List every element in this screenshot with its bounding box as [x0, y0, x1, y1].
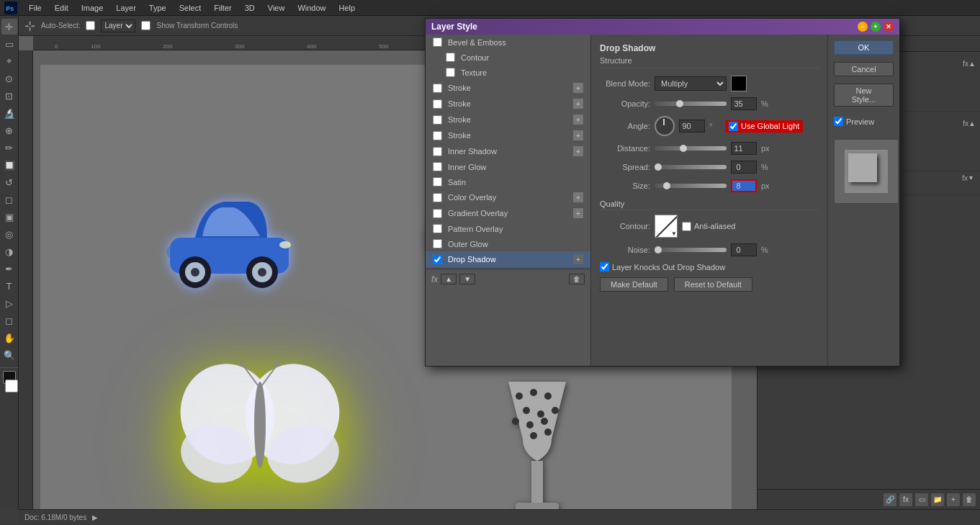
move-style-up-btn[interactable]: ▲ — [441, 274, 457, 284]
add-fx-btn[interactable]: fx — [899, 493, 912, 506]
style-add-stroke2[interactable]: + — [573, 99, 583, 109]
style-add-stroke4[interactable]: + — [573, 130, 583, 140]
menu-window[interactable]: Window — [292, 2, 331, 14]
style-label-texture[interactable]: Texture — [461, 68, 487, 77]
style-checkbox-gradient-overlay[interactable] — [433, 209, 442, 218]
style-label-color-overlay[interactable]: Color Overlay — [448, 193, 496, 202]
zoom-tool[interactable]: 🔍 — [1, 347, 17, 363]
layer-expand-layer0[interactable]: ▼ — [968, 174, 974, 181]
style-item-satin[interactable]: Satin — [426, 174, 590, 189]
style-label-inner-shadow[interactable]: Inner Shadow — [448, 147, 497, 156]
dialog-maximize-btn[interactable]: + — [871, 22, 881, 32]
anti-alias-checkbox[interactable] — [682, 222, 691, 231]
style-item-pattern-overlay[interactable]: Pattern Overlay — [426, 221, 590, 236]
style-checkbox-color-overlay[interactable] — [433, 193, 442, 202]
history-tool[interactable]: ↺ — [1, 174, 17, 190]
link-layers-btn[interactable]: 🔗 — [884, 493, 896, 506]
use-global-light-checkbox[interactable] — [729, 122, 738, 131]
blur-tool[interactable]: ◎ — [1, 226, 17, 242]
style-label-stroke1[interactable]: Stroke — [448, 84, 471, 92]
style-item-stroke1[interactable]: Stroke + — [426, 80, 590, 96]
style-item-bevel-emboss[interactable]: Bevel & Emboss — [426, 35, 590, 50]
new-layer-btn[interactable]: + — [947, 493, 960, 506]
style-checkbox-bevel-emboss[interactable] — [433, 37, 442, 47]
dialog-close-btn[interactable]: ✕ — [884, 22, 894, 32]
show-transform-checkbox[interactable] — [141, 21, 150, 30]
eraser-tool[interactable]: ◻ — [1, 192, 17, 207]
distance-slider-track[interactable] — [655, 146, 727, 151]
menu-image[interactable]: Image — [76, 2, 109, 14]
status-arrow[interactable]: ▶ — [92, 513, 98, 521]
angle-input[interactable] — [679, 120, 705, 133]
style-item-stroke4[interactable]: Stroke + — [426, 127, 590, 143]
menu-view[interactable]: View — [262, 2, 291, 14]
style-add-inner-shadow[interactable]: + — [573, 146, 583, 156]
style-checkbox-contour[interactable] — [446, 53, 455, 62]
menu-select[interactable]: Select — [174, 2, 207, 14]
style-label-pattern-overlay[interactable]: Pattern Overlay — [448, 225, 503, 233]
menu-edit[interactable]: Edit — [49, 2, 74, 14]
size-input[interactable] — [731, 179, 757, 192]
style-label-stroke2[interactable]: Stroke — [448, 99, 471, 108]
delete-layer-btn[interactable]: 🗑 — [963, 493, 976, 506]
style-item-contour[interactable]: Contour — [426, 50, 590, 65]
style-label-bevel-emboss[interactable]: Bevel & Emboss — [448, 38, 506, 47]
layer-expand-shape1[interactable]: ▲ — [968, 120, 976, 127]
style-label-gradient-overlay[interactable]: Gradient Overlay — [448, 209, 508, 217]
cancel-btn[interactable]: Cancel — [834, 62, 894, 76]
size-slider-thumb[interactable] — [663, 182, 670, 189]
menu-filter[interactable]: Filter — [208, 2, 237, 14]
style-add-color-overlay[interactable]: + — [573, 192, 583, 202]
background-color[interactable] — [5, 380, 18, 392]
style-label-satin[interactable]: Satin — [448, 178, 466, 187]
make-default-btn[interactable]: Make Default — [600, 277, 668, 292]
style-label-inner-glow[interactable]: Inner Glow — [448, 163, 486, 171]
new-group-btn[interactable]: 📁 — [931, 493, 944, 506]
reset-default-btn[interactable]: Reset to Default — [674, 277, 752, 292]
spread-input[interactable] — [731, 161, 757, 174]
text-tool[interactable]: T — [1, 278, 17, 294]
gradient-tool[interactable]: ▣ — [1, 209, 17, 225]
healing-tool[interactable]: ⊕ — [1, 122, 17, 138]
auto-select-checkbox[interactable] — [86, 21, 95, 30]
style-item-gradient-overlay[interactable]: Gradient Overlay + — [426, 205, 590, 221]
style-item-stroke2[interactable]: Stroke + — [426, 96, 590, 112]
menu-3d[interactable]: 3D — [239, 2, 261, 14]
opacity-slider-thumb[interactable] — [676, 100, 683, 107]
menu-layer[interactable]: Layer — [110, 2, 142, 14]
new-style-btn[interactable]: New Style... — [834, 84, 894, 107]
move-tool[interactable]: ✛ — [1, 19, 17, 35]
style-add-stroke1[interactable]: + — [573, 83, 583, 93]
style-label-stroke3[interactable]: Stroke — [448, 115, 471, 124]
layer-knocks-label[interactable]: Layer Knocks Out Drop Shadow — [600, 262, 725, 272]
style-checkbox-pattern-overlay[interactable] — [433, 224, 442, 233]
eyedropper-tool[interactable]: 🔬 — [1, 105, 17, 121]
style-item-outer-glow[interactable]: Outer Glow — [426, 236, 590, 251]
move-style-down-btn[interactable]: ▼ — [459, 274, 475, 284]
distance-slider-thumb[interactable] — [680, 145, 687, 152]
style-item-color-overlay[interactable]: Color Overlay + — [426, 189, 590, 205]
style-checkbox-texture[interactable] — [446, 68, 455, 77]
layer-expand-shape2[interactable]: ▲ — [968, 60, 976, 68]
style-checkbox-outer-glow[interactable] — [433, 239, 442, 248]
style-checkbox-stroke2[interactable] — [433, 99, 442, 109]
lasso-tool[interactable]: ⌖ — [1, 53, 17, 69]
anti-alias-label[interactable]: Anti-aliased — [682, 222, 735, 231]
style-label-contour[interactable]: Contour — [461, 53, 489, 62]
menu-help[interactable]: Help — [333, 2, 361, 14]
menu-file[interactable]: File — [23, 2, 48, 14]
style-label-outer-glow[interactable]: Outer Glow — [448, 240, 488, 248]
pen-tool[interactable]: ✒ — [1, 261, 17, 277]
brush-tool[interactable]: ✏ — [1, 140, 17, 156]
style-checkbox-inner-shadow[interactable] — [433, 147, 442, 156]
size-slider-track[interactable] — [655, 184, 727, 188]
quick-select-tool[interactable]: ⊙ — [1, 71, 17, 86]
layer-knocks-checkbox[interactable] — [600, 262, 609, 272]
add-mask-btn[interactable]: ▭ — [915, 493, 928, 506]
style-item-inner-shadow[interactable]: Inner Shadow + — [426, 143, 590, 159]
distance-input[interactable] — [731, 142, 757, 155]
noise-slider-track[interactable] — [655, 248, 727, 252]
shape-tool[interactable]: ◻ — [1, 313, 17, 328]
dialog-minimize-btn[interactable]: − — [858, 22, 868, 32]
style-add-gradient-overlay[interactable]: + — [573, 208, 583, 218]
